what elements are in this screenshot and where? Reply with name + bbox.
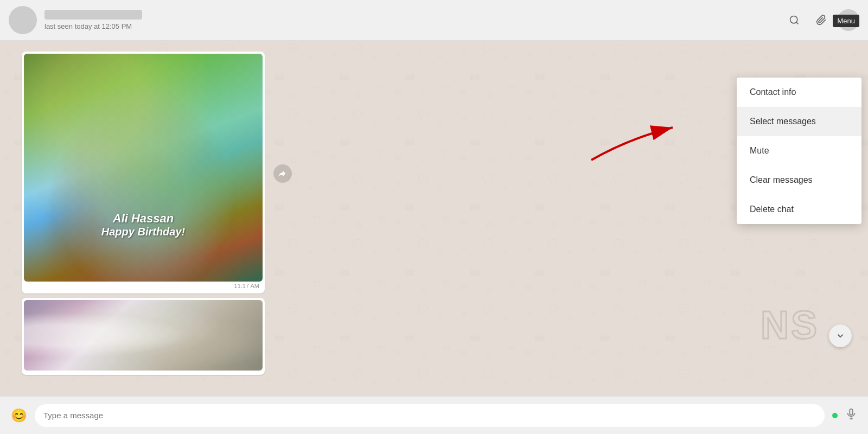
- contact-details: last seen today at 12:05 PM: [44, 10, 783, 30]
- chat-area: ♥ 💬 ★ 📷 ♪ ☎ ✿ ⏰: [0, 41, 868, 396]
- forward-button[interactable]: [273, 164, 292, 183]
- mute-menu-item[interactable]: Mute: [737, 136, 861, 165]
- svg-point-0: [790, 16, 797, 23]
- message-time-1: 11:17 AM: [24, 282, 263, 289]
- search-button[interactable]: [783, 9, 805, 31]
- scroll-to-bottom-button[interactable]: [829, 324, 852, 347]
- contact-name-placeholder: [44, 10, 142, 20]
- chat-header: last seen today at 12:05 PM Menu: [0, 0, 868, 41]
- chevron-down-icon: [835, 331, 845, 341]
- message-bubble-2: [22, 298, 265, 375]
- header-actions: Menu: [783, 9, 859, 31]
- flowers-image: [24, 300, 263, 371]
- menu-tooltip: Menu: [833, 15, 859, 27]
- mic-button[interactable]: [845, 408, 857, 423]
- forward-icon: [278, 169, 287, 178]
- cake-text: Ali Hassan Happy Birthday!: [101, 212, 185, 238]
- emoji-button[interactable]: 😊: [11, 408, 27, 423]
- paperclip-icon: [816, 15, 827, 25]
- contact-info-menu-item[interactable]: Contact info: [737, 78, 861, 107]
- send-dot: [832, 413, 838, 418]
- delete-chat-menu-item[interactable]: Delete chat: [737, 195, 861, 224]
- mic-icon: [845, 408, 857, 420]
- cake-image: Ali Hassan Happy Birthday!: [24, 54, 263, 282]
- svg-line-1: [796, 22, 799, 24]
- avatar[interactable]: [9, 6, 37, 34]
- message-bubble-1: Ali Hassan Happy Birthday! 11:17 AM: [22, 52, 265, 293]
- context-menu: Contact info Select messages Mute Clear …: [737, 78, 861, 224]
- attachment-button[interactable]: [810, 9, 832, 31]
- contact-status: last seen today at 12:05 PM: [44, 22, 783, 30]
- select-messages-menu-item[interactable]: Select messages: [737, 107, 861, 136]
- clear-messages-menu-item[interactable]: Clear messages: [737, 165, 861, 195]
- svg-rect-15: [850, 409, 853, 414]
- search-icon: [789, 15, 800, 25]
- message-input[interactable]: [35, 404, 825, 427]
- input-bar: 😊: [0, 396, 868, 434]
